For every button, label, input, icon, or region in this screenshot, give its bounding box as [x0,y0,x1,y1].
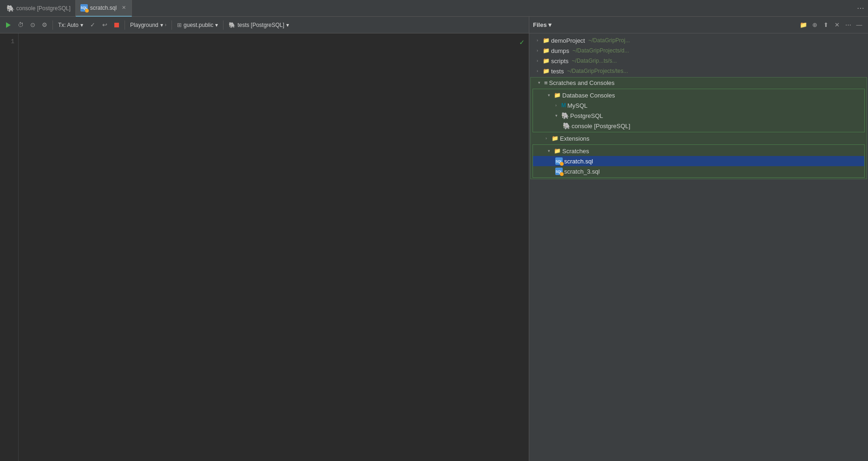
scratches-consoles-section: ▾ ≡ Scratches and Consoles ▾ 📁 Database … [530,77,867,179]
more-options-button[interactable]: ⋯ [843,20,853,30]
rollback-icon: ↩ [102,21,107,28]
editor-area: ⏱ ⊙ ⚙ Tx: Auto ▾ ✓ ↩ [0,17,529,461]
tab-close-button[interactable]: ✕ [121,4,127,11]
extensions-label: Extensions [560,135,590,142]
demoProject-label: demoProject [551,37,585,44]
main-layout: ⏱ ⊙ ⚙ Tx: Auto ▾ ✓ ↩ [0,17,868,461]
schema-icon: ⊞ [177,22,182,28]
tab-scratch-label: scratch.sql [90,5,117,11]
playground-dropdown[interactable]: Playground ▾ › [127,21,169,29]
folder-icon: 📁 [543,37,550,44]
schema-label: guest.public [184,22,213,28]
tree-item-mysql[interactable]: › M MySQL [533,100,864,110]
tree-item-database-consoles[interactable]: ▾ 📁 Database Consoles [533,90,864,100]
chevron-right-icon: › [537,38,541,43]
chevron-right-mysql: › [555,103,560,108]
tree-item-scratches[interactable]: ▾ 📁 Scratches [533,146,864,156]
chevron-right-icon-3: › [537,58,541,63]
tab-scratch[interactable]: SQL scratch.sql ✕ [76,0,132,17]
console-list-icon: ≡ [544,79,548,86]
commit-button[interactable]: ✓ [87,19,98,31]
stop-icon [114,23,119,27]
chevron-down-pg: ▾ [555,113,560,118]
arrow-right-icon: › [165,22,166,27]
tree-item-postgresql[interactable]: ▾ 🐘 PostgreSQL [533,110,864,121]
collapse-button[interactable]: — [854,20,864,30]
tests-label: tests [551,68,564,75]
demoProject-path: ~/DataGripProj... [588,37,630,44]
play-triangle [6,22,11,28]
chevron-right-ext: › [546,136,550,141]
add-button[interactable]: ⊕ [809,20,820,30]
session-label: tests [PostgreSQL] [237,22,284,28]
chevron-down-icon-3: ▾ [215,22,218,28]
sql-icon: SQL [80,4,88,12]
scratch3-sql-label: scratch_3.sql [564,168,600,175]
file-tree: › 📁 demoProject ~/DataGripProj... › 📁 du… [529,33,868,461]
line-numbers: 1 [0,33,19,461]
tree-item-scratch-sql[interactable]: SQL scratch.sql [533,156,864,166]
tree-item-scripts[interactable]: › 📁 scripts ~/DataGrip...ts/s... [529,56,868,66]
record-button[interactable]: ⊙ [27,19,38,31]
scratches-label: Scratches [562,148,589,155]
playground-label: Playground [130,22,158,28]
mysql-label: MySQL [567,102,587,109]
history-button[interactable]: ⏱ [15,19,26,31]
tree-item-dumps[interactable]: › 📁 dumps ~/DataGripProjects/d... [529,45,868,56]
tests-path: ~/DataGripProjects/tes... [567,68,628,74]
settings-button[interactable]: ⚙ [39,19,50,31]
scripts-label: scripts [551,58,569,65]
chevron-down-icon-2: ▾ [160,22,163,28]
gear-icon: ⚙ [42,21,47,28]
mysql-icon: M [561,102,566,109]
pg-icon-tree: 🐘 [561,112,569,119]
right-panel: Files ▾ 📁 ⊕ ⬆ ✕ ⋯ — › 📁 demoProject ~/Da… [529,17,868,461]
folder-icon-scratches: 📁 [554,148,561,154]
code-editor: 1 ✓ [0,33,529,461]
scratch-sql-label: scratch.sql [564,158,593,165]
close-panel-button[interactable]: ✕ [832,20,842,30]
pg-icon: 🐘 [7,5,14,12]
code-area[interactable]: ✓ [19,33,529,461]
stop-button[interactable] [111,19,122,31]
files-header-actions: 📁 ⊕ ⬆ ✕ ⋯ — [798,20,864,30]
new-folder-button[interactable]: 📁 [798,20,809,30]
separator-1 [53,20,53,30]
play-icon [4,21,13,29]
history-icon: ⏱ [18,21,24,28]
sql-badge-scratch3: SQL [555,168,563,175]
rollback-button[interactable]: ↩ [99,19,110,31]
chevron-down-icon: ▾ [80,22,83,28]
scroll-up-button[interactable]: ⬆ [821,20,831,30]
chevron-down-icon-tree: ▾ [538,80,543,85]
tab-more-button[interactable]: ⋯ [853,4,868,13]
tree-item-console-pg[interactable]: 🐘 console [PostgreSQL] [533,121,864,131]
files-header: Files ▾ 📁 ⊕ ⬆ ✕ ⋯ — [529,17,868,33]
tree-item-scratch3-sql[interactable]: SQL scratch_3.sql [533,166,864,176]
validation-checkmark: ✓ [519,37,524,48]
pg-icon-console: 🐘 [563,122,570,130]
tree-item-tests[interactable]: › 📁 tests ~/DataGripProjects/tes... [529,66,868,76]
tab-console[interactable]: 🐘 console [PostgreSQL] [2,0,76,17]
tree-item-demoProject[interactable]: › 📁 demoProject ~/DataGripProj... [529,35,868,45]
files-label: Files [533,21,547,28]
run-button[interactable] [3,19,14,31]
tx-label: Tx: Auto [58,22,79,28]
scratches-block: ▾ 📁 Scratches SQL scratch.sql SQL scratc… [533,144,865,178]
db-icon: 🐘 [229,22,236,28]
chevron-right-icon-4: › [537,69,541,73]
tab-bar: 🐘 console [PostgreSQL] SQL scratch.sql ✕… [0,0,868,17]
chevron-right-icon-2: › [537,48,541,53]
schema-dropdown[interactable]: ⊞ guest.public ▾ [174,21,221,29]
line-number-1: 1 [6,37,14,46]
tx-dropdown[interactable]: Tx: Auto ▾ [55,21,86,29]
scratches-consoles-label: Scratches and Consoles [549,79,615,86]
tree-item-scratches-consoles[interactable]: ▾ ≡ Scratches and Consoles [531,78,867,88]
commit-icon: ✓ [90,21,95,28]
editor-toolbar: ⏱ ⊙ ⚙ Tx: Auto ▾ ✓ ↩ [0,17,529,33]
tree-item-extensions[interactable]: › 📁 Extensions [531,133,867,143]
scripts-path: ~/DataGrip...ts/s... [572,58,617,64]
session-dropdown[interactable]: 🐘 tests [PostgreSQL] ▾ [226,21,292,29]
chevron-down-db: ▾ [548,93,552,97]
dumps-path: ~/DataGripProjects/d... [572,47,629,54]
